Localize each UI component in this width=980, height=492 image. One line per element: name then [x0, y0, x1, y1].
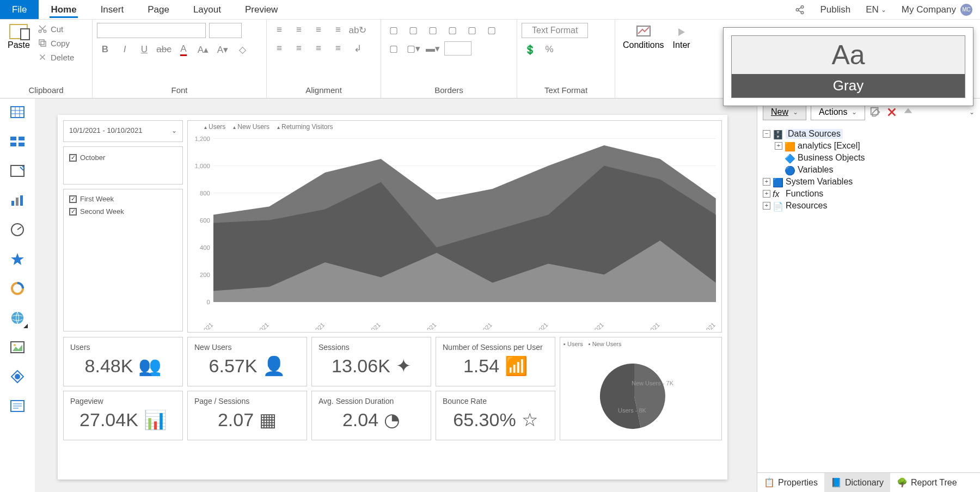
tree-data-sources[interactable]: −🗄️Data Sources [763, 128, 975, 140]
tool-ring[interactable] [9, 280, 26, 297]
edit-icon[interactable] [869, 106, 881, 118]
align-top-center[interactable]: ≡ [291, 23, 307, 37]
bold-button[interactable]: B [97, 42, 113, 57]
style-swatch-gray[interactable]: Aa Gray [731, 35, 965, 98]
publish-button[interactable]: Publish [812, 0, 858, 19]
font-shrink-button[interactable]: A▾ [215, 42, 231, 57]
expand-icon[interactable]: + [775, 142, 782, 150]
copy-button[interactable]: Copy [35, 37, 76, 49]
border-outer[interactable]: ▢ [385, 41, 402, 56]
tab-preview[interactable]: Preview [233, 0, 290, 19]
tab-report-tree[interactable]: 🌳 Report Tree [890, 473, 963, 492]
collapse-icon[interactable]: − [763, 130, 770, 138]
language-selector[interactable]: EN⌄ [858, 0, 894, 19]
tab-properties[interactable]: 📋 Properties [757, 473, 824, 492]
tree-functions[interactable]: +fxFunctions [763, 188, 975, 200]
border-left[interactable]: ▢ [425, 23, 441, 37]
kpi-bounce[interactable]: Bounce Rate65.30%☆ [436, 391, 555, 440]
align-right[interactable]: ≡ [310, 41, 327, 56]
align-center[interactable]: ≡ [291, 41, 307, 56]
strike-button[interactable]: abc [156, 42, 172, 57]
company-menu[interactable]: My CompanyMC [894, 0, 980, 19]
tree-business-objects[interactable]: 🔷Business Objects [763, 152, 975, 164]
kpi-spu[interactable]: Number of Sessions per User1.54📶 [436, 337, 555, 386]
tab-layout[interactable]: Layout [181, 0, 233, 19]
rotate-text[interactable]: ab↻ [350, 23, 366, 37]
underline-button[interactable]: U [136, 42, 152, 57]
pie-chart-panel[interactable]: ▪ Users▪ New Users New Users - 7K Users … [560, 337, 722, 440]
conditions-button[interactable]: Conditions [620, 23, 667, 51]
tree-analytics[interactable]: +🟧analytics [Excel] [763, 140, 975, 152]
kpi-pps[interactable]: Page / Sessions2.07▦ [187, 391, 307, 440]
interaction-button[interactable]: Inter [670, 23, 694, 51]
kpi-sessions[interactable]: Sessions13.06K✦ [311, 337, 431, 386]
font-grow-button[interactable]: A▴ [195, 42, 211, 57]
align-top-justify[interactable]: ≡ [330, 23, 346, 37]
delete-button[interactable]: Delete [35, 51, 76, 63]
share-button[interactable] [787, 0, 812, 19]
tree-variables[interactable]: 🔵Variables [763, 164, 975, 176]
align-justify[interactable]: ≡ [330, 41, 346, 56]
clear-format-button[interactable]: ◇ [234, 42, 250, 57]
chevron-down-icon[interactable]: ⌄ [969, 108, 975, 116]
cut-button[interactable]: Cut [35, 23, 76, 35]
font-name-dropdown[interactable] [97, 23, 206, 38]
dictionary-tree[interactable]: −🗄️Data Sources +🟧analytics [Excel] 🔷Bus… [757, 126, 980, 472]
week-filter-panel[interactable]: First Week Second Week [63, 189, 183, 331]
tool-globe[interactable] [9, 310, 26, 326]
tool-gauge[interactable] [9, 222, 26, 238]
border-style[interactable] [444, 41, 471, 56]
paste-button[interactable]: Paste [4, 23, 33, 51]
border-right[interactable]: ▢ [464, 23, 480, 37]
text-format-dropdown[interactable]: Text Format [522, 23, 588, 38]
align-top-left[interactable]: ≡ [271, 23, 287, 37]
border-all[interactable]: ▢ [385, 23, 402, 37]
tree-system-variables[interactable]: +🟦System Variables [763, 176, 975, 188]
checkbox-icon[interactable] [69, 154, 77, 162]
align-top-right[interactable]: ≡ [310, 23, 327, 37]
delete-icon[interactable] [886, 106, 898, 118]
checkbox-icon[interactable] [69, 208, 77, 216]
tab-dictionary[interactable]: 📘 Dictionary [824, 473, 890, 492]
tool-table[interactable] [9, 104, 26, 120]
expand-icon[interactable]: + [763, 178, 770, 186]
font-color-button[interactable]: A [175, 42, 192, 57]
fill-color[interactable]: ▬▾ [425, 41, 441, 56]
italic-button[interactable]: I [117, 42, 133, 57]
month-filter-panel[interactable]: October [63, 146, 183, 184]
kpi-users[interactable]: Users8.48K👥 [63, 337, 183, 386]
percent-button[interactable]: % [541, 42, 558, 57]
tree-resources[interactable]: +📄Resources [763, 200, 975, 212]
tool-chart[interactable] [9, 192, 26, 208]
actions-button[interactable]: Actions⌄ [811, 104, 865, 120]
tool-shape[interactable] [9, 368, 26, 385]
date-range-panel[interactable]: 10/1/2021 - 10/10/2021⌄ [63, 120, 183, 142]
tool-form[interactable] [9, 163, 26, 179]
expand-icon[interactable]: + [763, 190, 770, 198]
tool-image[interactable] [9, 339, 26, 355]
tool-datagrid[interactable] [9, 133, 26, 150]
area-chart-panel[interactable]: Users New Users Returning Visitors 02004… [187, 120, 722, 333]
border-bottom[interactable]: ▢ [483, 23, 500, 37]
report-page[interactable]: 10/1/2021 - 10/10/2021⌄ October First We… [58, 115, 727, 479]
up-icon[interactable] [902, 106, 914, 118]
border-none[interactable]: ▢ [444, 23, 461, 37]
font-size-dropdown[interactable] [209, 23, 242, 38]
wrap-text[interactable]: ↲ [350, 41, 366, 56]
kpi-asd[interactable]: Avg. Session Duration2.04◔ [311, 391, 431, 440]
tab-page[interactable]: Page [136, 0, 181, 19]
border-top[interactable]: ▢ [405, 23, 421, 37]
tool-text[interactable] [9, 398, 26, 414]
tool-star[interactable] [9, 251, 26, 267]
kpi-pageview[interactable]: Pageview27.04K📊 [63, 391, 183, 440]
new-button[interactable]: New⌄ [763, 104, 806, 120]
kpi-new-users[interactable]: New Users6.57K👤 [187, 337, 307, 386]
tab-home[interactable]: Home [39, 0, 88, 19]
file-menu[interactable]: File [0, 0, 39, 19]
expand-icon[interactable]: + [763, 202, 770, 210]
tab-insert[interactable]: Insert [89, 0, 136, 19]
currency-button[interactable]: 💲 [522, 42, 538, 57]
align-left[interactable]: ≡ [271, 41, 287, 56]
border-color[interactable]: ▢▾ [405, 41, 421, 56]
checkbox-icon[interactable] [69, 195, 77, 203]
